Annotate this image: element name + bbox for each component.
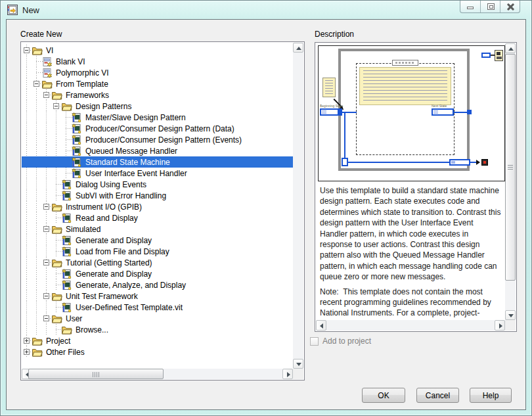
scrollbar-thumb[interactable] bbox=[28, 369, 164, 379]
scroll-right-button[interactable] bbox=[282, 369, 293, 379]
expand-toggle[interactable] bbox=[41, 89, 51, 101]
tree-item[interactable]: Design Patterns bbox=[22, 101, 293, 112]
title-bar[interactable]: New bbox=[1, 1, 531, 19]
expand-toggle[interactable] bbox=[22, 335, 32, 346]
expand-toggle[interactable] bbox=[61, 112, 71, 123]
expand-toggle[interactable] bbox=[41, 223, 51, 235]
down-arrow-icon bbox=[296, 363, 301, 366]
scroll-down-button[interactable] bbox=[293, 359, 303, 369]
tree-item[interactable]: Producer/Consumer Design Pattern (Data) bbox=[22, 123, 293, 134]
tree-item[interactable]: Queued Message Handler bbox=[22, 145, 293, 156]
right-arrow-icon bbox=[287, 372, 290, 377]
tree-item[interactable]: Project bbox=[22, 335, 293, 346]
tree-item[interactable]: Blank VI bbox=[22, 56, 293, 67]
expand-toggle[interactable] bbox=[51, 302, 61, 313]
maximize-button[interactable] bbox=[480, 1, 500, 12]
expand-toggle[interactable] bbox=[51, 324, 61, 335]
close-button[interactable] bbox=[500, 1, 520, 12]
scroll-down-button[interactable] bbox=[505, 310, 516, 320]
tree-item[interactable]: Generate and Display bbox=[22, 235, 293, 246]
tree-item[interactable]: Simulated bbox=[22, 223, 293, 235]
tree-item[interactable]: Unit Test Framework bbox=[22, 290, 293, 302]
tree-item[interactable]: SubVI with Error Handling bbox=[22, 190, 293, 201]
expand-box-icon[interactable] bbox=[43, 293, 49, 299]
expand-toggle[interactable] bbox=[51, 246, 61, 257]
expand-toggle[interactable] bbox=[41, 201, 51, 212]
tree-item[interactable]: Read and Display bbox=[22, 212, 293, 223]
expand-toggle[interactable] bbox=[41, 313, 51, 324]
expand-box-icon[interactable] bbox=[33, 81, 39, 87]
scroll-right-button[interactable] bbox=[495, 320, 505, 331]
expand-toggle[interactable] bbox=[51, 268, 61, 279]
tree-item[interactable]: Generate, Analyze, and Display bbox=[22, 279, 293, 290]
help-button[interactable]: Help bbox=[470, 388, 512, 403]
tree-item[interactable]: User Interface Event Handler bbox=[22, 168, 293, 179]
expand-toggle[interactable] bbox=[51, 101, 61, 112]
tree-item[interactable]: From Template bbox=[22, 78, 293, 89]
tree-item[interactable]: User bbox=[22, 313, 293, 324]
tree-item[interactable]: VI bbox=[22, 45, 293, 56]
tree-item[interactable]: Tutorial (Getting Started) bbox=[22, 257, 293, 268]
expand-box-icon[interactable] bbox=[24, 349, 30, 355]
tree-indent-guides bbox=[22, 179, 51, 190]
tree-item[interactable]: Polymorphic VI bbox=[22, 67, 293, 78]
expand-box-icon[interactable] bbox=[24, 338, 30, 344]
expand-toggle[interactable] bbox=[61, 168, 71, 179]
tree-item-label: Other Files bbox=[44, 347, 87, 357]
case-selector-label bbox=[392, 60, 418, 66]
description-vertical-scrollbar[interactable] bbox=[505, 43, 516, 320]
scroll-left-button[interactable] bbox=[316, 320, 326, 331]
tree-item[interactable]: Browse... bbox=[22, 324, 293, 335]
add-to-project-checkbox[interactable] bbox=[310, 337, 319, 346]
expand-toggle[interactable] bbox=[32, 67, 41, 78]
scroll-up-button[interactable] bbox=[293, 43, 303, 53]
expand-toggle[interactable] bbox=[51, 212, 61, 223]
tree-item[interactable]: Load from File and Display bbox=[22, 246, 293, 257]
tree-item[interactable]: Generate and Display bbox=[22, 268, 293, 279]
tree-item[interactable]: Frameworks bbox=[22, 89, 293, 101]
expand-toggle[interactable] bbox=[51, 279, 61, 290]
expand-box-icon[interactable] bbox=[43, 226, 49, 232]
expand-toggle[interactable] bbox=[22, 45, 32, 56]
description-horizontal-scrollbar[interactable] bbox=[316, 320, 505, 331]
expand-toggle[interactable] bbox=[41, 290, 51, 302]
cancel-button[interactable]: Cancel bbox=[416, 388, 459, 403]
expand-toggle[interactable] bbox=[51, 179, 61, 190]
expand-toggle[interactable] bbox=[41, 257, 51, 268]
tree-indent-guides bbox=[22, 223, 41, 235]
folder-icon bbox=[51, 291, 62, 302]
tree-item[interactable]: Standard State Machine bbox=[22, 156, 293, 168]
scroll-up-button[interactable] bbox=[505, 43, 516, 53]
scrollbar-thumb[interactable] bbox=[505, 54, 516, 281]
expand-toggle[interactable] bbox=[61, 123, 71, 134]
shift-register bbox=[342, 158, 348, 166]
tree-horizontal-scrollbar[interactable] bbox=[22, 369, 293, 379]
expand-box-icon[interactable] bbox=[43, 92, 49, 98]
create-new-label: Create New bbox=[20, 30, 62, 39]
tree-item[interactable]: Producer/Consumer Design Pattern (Events… bbox=[22, 134, 293, 145]
expand-toggle[interactable] bbox=[61, 156, 71, 168]
maximize-icon bbox=[487, 3, 495, 10]
tree-item[interactable]: Dialog Using Events bbox=[22, 179, 293, 190]
expand-box-icon[interactable] bbox=[43, 315, 49, 321]
expand-box-icon[interactable] bbox=[43, 260, 49, 266]
expand-box-icon[interactable] bbox=[43, 204, 49, 210]
tree-item[interactable]: Master/Slave Design Pattern bbox=[22, 112, 293, 123]
expand-toggle[interactable] bbox=[51, 190, 61, 201]
expand-box-icon[interactable] bbox=[53, 103, 59, 109]
ok-button[interactable]: OK bbox=[362, 388, 405, 403]
expand-box-icon[interactable] bbox=[24, 47, 30, 53]
expand-toggle[interactable] bbox=[61, 145, 71, 156]
template-file-icon bbox=[61, 302, 72, 313]
expand-toggle[interactable] bbox=[32, 56, 41, 67]
minimize-button[interactable] bbox=[460, 1, 480, 12]
tree-vertical-scrollbar[interactable] bbox=[293, 43, 303, 369]
next-state-label: Next State bbox=[432, 104, 447, 108]
expand-toggle[interactable] bbox=[22, 346, 32, 358]
expand-toggle[interactable] bbox=[51, 235, 61, 246]
tree-item[interactable]: Instrument I/O (GPIB) bbox=[22, 201, 293, 212]
tree-item[interactable]: User-Defined Test Template.vit bbox=[22, 302, 293, 313]
tree-item[interactable]: Other Files bbox=[22, 346, 293, 358]
expand-toggle[interactable] bbox=[61, 134, 71, 145]
expand-toggle[interactable] bbox=[32, 78, 41, 89]
